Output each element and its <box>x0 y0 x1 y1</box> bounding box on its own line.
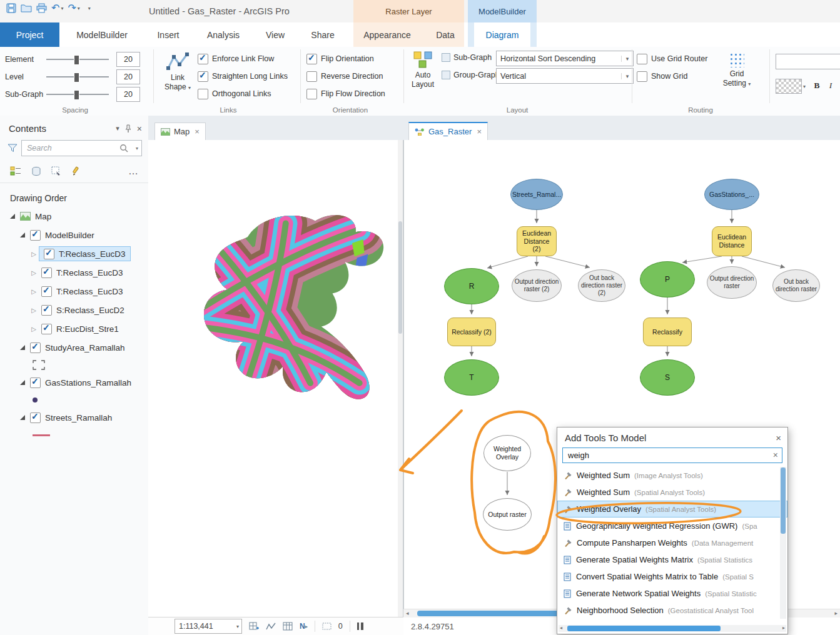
layer-item-modelbuilder[interactable]: ✓ ModelBuilder <box>0 226 148 244</box>
tab-project[interactable]: Project <box>0 22 59 47</box>
tool-result-item[interactable]: Weighted Sum (Spatial Analyst Tools) <box>557 484 787 501</box>
list-by-data-source-icon[interactable] <box>31 166 41 176</box>
tool-list-horizontal-scrollbar[interactable]: ◂ ▸ <box>559 625 786 632</box>
collapsed-icon[interactable]: ▷ <box>29 251 39 258</box>
groupgraph-orientation-dropdown[interactable]: Vertical ▾ <box>496 68 634 84</box>
layer-checkbox[interactable]: ✓ <box>30 412 41 423</box>
tab-data[interactable]: Data <box>429 22 462 47</box>
layer-checkbox[interactable]: ✓ <box>41 305 52 316</box>
layer-checkbox[interactable]: ✓ <box>30 378 41 388</box>
expand-icon[interactable] <box>8 214 18 219</box>
layer-item-reclass1[interactable]: ▷ ✓ T:Reclass_EucD3 <box>0 244 148 263</box>
open-project-icon[interactable] <box>21 4 32 12</box>
tool-list-scrollbar[interactable] <box>780 467 786 619</box>
qat-customize-icon[interactable]: ▾ <box>88 6 91 11</box>
layer-checkbox[interactable]: ✓ <box>41 324 52 334</box>
pause-drawing-button[interactable] <box>357 622 363 630</box>
tab-view[interactable]: View <box>255 22 295 47</box>
model-node-output-raster[interactable]: Output raster <box>483 498 532 531</box>
map-vertical-scrollbar[interactable] <box>398 140 403 618</box>
collapsed-icon[interactable]: ▷ <box>29 288 39 295</box>
snapping-toggle[interactable]: N▸ <box>300 622 308 631</box>
layer-checkbox[interactable]: ✓ <box>30 230 41 241</box>
table-tool-icon[interactable] <box>283 622 293 631</box>
bold-button[interactable]: B <box>811 79 823 92</box>
model-node-reclassify-2[interactable]: Reclassify (2) <box>447 318 496 346</box>
layer-checkbox[interactable]: ✓ <box>41 286 52 297</box>
redo-dropdown-icon[interactable]: ▾ <box>78 6 80 11</box>
tab-share[interactable]: Share <box>300 22 345 47</box>
map-document-tab[interactable]: Map × <box>154 122 206 140</box>
tool-result-item[interactable]: Compute Pansharpen Weights (Data Managem… <box>557 534 787 551</box>
expand-icon[interactable] <box>18 380 28 385</box>
tool-result-item[interactable]: Generate Network Spatial Weights (Spatia… <box>557 585 787 602</box>
tool-result-item[interactable]: Weighted Sum (Image Analyst Tools) <box>557 467 787 484</box>
list-by-editing-icon[interactable] <box>71 166 81 176</box>
model-node-euclidean-distance[interactable]: Euclidean Distance <box>712 226 752 256</box>
element-spacing-slider[interactable] <box>46 53 109 66</box>
tool-search-input[interactable] <box>562 448 782 463</box>
tab-appearance[interactable]: Appearance <box>358 22 417 47</box>
tab-analysis[interactable]: Analysis <box>196 22 250 47</box>
checkbox-flip-orientation[interactable]: ✓ Flip Orientation <box>306 53 374 64</box>
save-icon[interactable] <box>6 3 16 13</box>
subgraph-spacing-value[interactable]: 20 <box>116 87 140 102</box>
collapsed-icon[interactable]: ▷ <box>29 307 39 314</box>
clear-search-icon[interactable]: × <box>773 450 778 460</box>
tool-result-item[interactable]: Neighborhood Selection (Geostatistical A… <box>557 602 787 619</box>
tab-insert[interactable]: Insert <box>145 22 191 47</box>
tool-result-item-selected[interactable]: Weighted Overlay (Spatial Analyst Tools) <box>557 501 787 518</box>
model-node-out-back-direction-raster[interactable]: Out back direction raster <box>772 269 820 302</box>
model-node-output-direction-raster[interactable]: Output direction raster <box>707 266 757 299</box>
filter-icon[interactable] <box>8 144 18 152</box>
model-node-out-back-direction-raster-2[interactable]: Out back direction raster (2) <box>578 269 625 302</box>
expand-icon[interactable] <box>18 232 28 238</box>
checkbox-straighten-long-links[interactable]: ✓ Straighten Long Links <box>198 71 288 82</box>
model-node-euclidean-distance-2[interactable]: Euclidean Distance (2) <box>517 226 557 256</box>
close-icon[interactable]: × <box>477 127 482 136</box>
element-spacing-value[interactable]: 20 <box>116 52 140 67</box>
model-node-output-direction-raster-2[interactable]: Output direction raster (2) <box>512 269 562 302</box>
layer-item-reclass3[interactable]: ▷ ✓ T:Reclass_EucD3 <box>0 282 148 301</box>
model-node-s-output[interactable]: S <box>640 359 695 396</box>
print-icon[interactable] <box>36 3 47 13</box>
link-shape-button[interactable]: Link Shape ▾ <box>160 49 195 92</box>
layer-item-eucdist[interactable]: ▷ ✓ R:EucDist_Stre1 <box>0 319 148 338</box>
fill-pattern-dropdown[interactable] <box>776 79 802 94</box>
panel-menu-icon[interactable]: ▾ <box>116 124 119 132</box>
model-node-p-output[interactable]: P <box>640 261 695 298</box>
level-spacing-value[interactable]: 20 <box>116 69 140 84</box>
list-by-drawing-order-icon[interactable] <box>10 166 21 176</box>
layer-item-studyarea[interactable]: ✓ StudyArea_Ramallah <box>0 338 148 357</box>
tool-result-item[interactable]: Generate Spatial Weights Matrix (Spatial… <box>557 551 787 568</box>
checkbox-use-grid-router[interactable]: Use Grid Router <box>637 53 707 64</box>
layer-checkbox[interactable]: ✓ <box>41 268 52 278</box>
close-icon[interactable]: × <box>195 127 200 136</box>
list-by-selection-icon[interactable] <box>51 166 61 176</box>
pin-icon[interactable] <box>124 124 132 133</box>
close-icon[interactable]: × <box>137 124 142 134</box>
model-node-reclassify[interactable]: Reclassify <box>643 318 692 346</box>
layer-item-streets[interactable]: ✓ Streets_Ramallah <box>0 408 148 427</box>
close-icon[interactable]: × <box>776 432 781 443</box>
collapsed-icon[interactable]: ▷ <box>29 326 39 332</box>
layer-item-map[interactable]: Map <box>0 207 148 226</box>
map-scale-dropdown[interactable]: 1:113,441 ▾ <box>175 619 242 634</box>
auto-layout-button[interactable]: AutoLayout <box>408 49 438 89</box>
checkbox-enforce-link-flow[interactable]: ✓ Enforce Link Flow <box>198 53 274 64</box>
checkbox-flip-flow-direction[interactable]: Flip Flow Direction <box>306 88 385 99</box>
grid-setting-button[interactable]: Grid Setting ▾ <box>718 50 756 88</box>
grid-tool-icon[interactable] <box>249 621 259 631</box>
expand-icon[interactable] <box>18 415 28 420</box>
italic-button[interactable]: I <box>824 79 837 92</box>
model-node-t-output[interactable]: T <box>444 359 499 396</box>
search-options-icon[interactable]: ▾ <box>136 146 138 151</box>
more-views-icon[interactable]: … <box>128 169 138 174</box>
label-text-input[interactable] <box>776 54 840 69</box>
model-node-r-output[interactable]: R <box>444 268 499 304</box>
model-node-weighted-overlay[interactable]: Weighted Overlay <box>483 435 531 471</box>
layer-item-reclass2[interactable]: ▷ ✓ T:Reclass_EucD3 <box>0 263 148 282</box>
gas-raster-document-tab[interactable]: Gas_Raster × <box>408 122 488 140</box>
selected-layer-highlight[interactable]: ✓ T:Reclass_EucD3 <box>39 246 131 261</box>
sketch-tool-icon[interactable] <box>266 622 276 631</box>
